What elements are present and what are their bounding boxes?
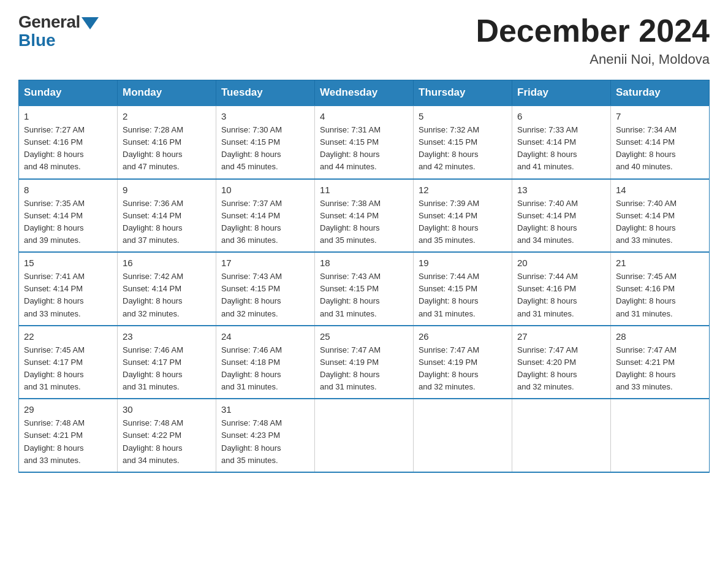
sunset-text: Sunset: 4:14 PM <box>616 137 675 147</box>
header-wednesday: Wednesday <box>315 80 414 106</box>
sunset-text: Sunset: 4:22 PM <box>123 431 181 440</box>
daylight-text2: and 48 minutes. <box>24 162 81 171</box>
daylight-text2: and 45 minutes. <box>221 162 278 171</box>
sunset-text: Sunset: 4:15 PM <box>221 137 280 147</box>
daylight-text: Daylight: 8 hours <box>24 150 84 159</box>
sunrise-text: Sunrise: 7:46 AM <box>123 345 183 354</box>
daylight-text: Daylight: 8 hours <box>123 296 183 305</box>
table-row: 24 Sunrise: 7:46 AM Sunset: 4:18 PM Dayl… <box>216 326 315 399</box>
day-info: Sunrise: 7:32 AM Sunset: 4:15 PM Dayligh… <box>419 124 507 174</box>
sunset-text: Sunset: 4:15 PM <box>320 284 379 293</box>
sunset-text: Sunset: 4:17 PM <box>24 358 83 367</box>
daylight-text: Daylight: 8 hours <box>123 370 183 379</box>
daylight-text: Daylight: 8 hours <box>616 296 676 305</box>
header-saturday: Saturday <box>611 80 710 106</box>
sunset-text: Sunset: 4:21 PM <box>616 358 675 367</box>
daylight-text: Daylight: 8 hours <box>517 223 577 232</box>
daylight-text: Daylight: 8 hours <box>616 370 676 379</box>
day-info: Sunrise: 7:34 AM Sunset: 4:14 PM Dayligh… <box>616 124 704 174</box>
day-number: 13 <box>517 185 605 195</box>
sunrise-text: Sunrise: 7:36 AM <box>123 199 183 208</box>
day-number: 11 <box>320 185 408 195</box>
calendar-week-row: 8 Sunrise: 7:35 AM Sunset: 4:14 PM Dayli… <box>19 179 710 253</box>
day-number: 20 <box>517 258 605 268</box>
table-row: 29 Sunrise: 7:48 AM Sunset: 4:21 PM Dayl… <box>19 399 118 472</box>
day-info: Sunrise: 7:40 AM Sunset: 4:14 PM Dayligh… <box>616 197 704 247</box>
daylight-text2: and 31 minutes. <box>517 309 574 318</box>
daylight-text: Daylight: 8 hours <box>419 296 479 305</box>
day-number: 6 <box>517 111 605 121</box>
day-number: 7 <box>616 111 704 121</box>
table-row: 2 Sunrise: 7:28 AM Sunset: 4:16 PM Dayli… <box>118 105 216 179</box>
logo-triangle-icon <box>82 17 99 29</box>
day-number: 12 <box>419 185 507 195</box>
page-header: General Blue December 2024 Anenii Noi, M… <box>18 12 710 67</box>
table-row: 9 Sunrise: 7:36 AM Sunset: 4:14 PM Dayli… <box>118 179 216 253</box>
table-row: 4 Sunrise: 7:31 AM Sunset: 4:15 PM Dayli… <box>315 105 414 179</box>
day-number: 31 <box>221 404 309 415</box>
daylight-text: Daylight: 8 hours <box>24 370 84 379</box>
table-row: 14 Sunrise: 7:40 AM Sunset: 4:14 PM Dayl… <box>611 179 710 253</box>
day-number: 3 <box>221 111 309 121</box>
daylight-text: Daylight: 8 hours <box>123 150 183 159</box>
day-number: 9 <box>123 185 211 195</box>
day-number: 15 <box>24 258 112 268</box>
day-number: 24 <box>221 331 309 342</box>
daylight-text2: and 32 minutes. <box>419 382 476 391</box>
day-info: Sunrise: 7:48 AM Sunset: 4:23 PM Dayligh… <box>221 417 309 467</box>
sunset-text: Sunset: 4:17 PM <box>123 358 181 367</box>
sunrise-text: Sunrise: 7:47 AM <box>320 345 381 354</box>
sunset-text: Sunset: 4:14 PM <box>517 211 576 220</box>
daylight-text: Daylight: 8 hours <box>419 370 479 379</box>
daylight-text2: and 31 minutes. <box>320 309 377 318</box>
day-info: Sunrise: 7:41 AM Sunset: 4:14 PM Dayligh… <box>24 270 112 320</box>
daylight-text: Daylight: 8 hours <box>24 223 84 232</box>
sunrise-text: Sunrise: 7:33 AM <box>517 125 578 134</box>
sunset-text: Sunset: 4:14 PM <box>320 211 379 220</box>
sunrise-text: Sunrise: 7:32 AM <box>419 125 479 134</box>
day-info: Sunrise: 7:31 AM Sunset: 4:15 PM Dayligh… <box>320 124 408 174</box>
daylight-text2: and 32 minutes. <box>517 382 574 391</box>
daylight-text2: and 31 minutes. <box>123 382 180 391</box>
calendar-header-row: Sunday Monday Tuesday Wednesday Thursday… <box>19 80 710 106</box>
table-row: 16 Sunrise: 7:42 AM Sunset: 4:14 PM Dayl… <box>118 252 216 326</box>
calendar-table: Sunday Monday Tuesday Wednesday Thursday… <box>18 80 710 473</box>
calendar-week-row: 1 Sunrise: 7:27 AM Sunset: 4:16 PM Dayli… <box>19 105 710 179</box>
sunrise-text: Sunrise: 7:47 AM <box>616 345 677 354</box>
sunrise-text: Sunrise: 7:48 AM <box>24 418 85 427</box>
daylight-text2: and 32 minutes. <box>221 309 278 318</box>
daylight-text2: and 33 minutes. <box>24 309 81 318</box>
sunrise-text: Sunrise: 7:44 AM <box>419 272 479 281</box>
location-subtitle: Anenii Noi, Moldova <box>476 52 710 67</box>
table-row: 11 Sunrise: 7:38 AM Sunset: 4:14 PM Dayl… <box>315 179 414 253</box>
sunrise-text: Sunrise: 7:30 AM <box>221 125 282 134</box>
sunrise-text: Sunrise: 7:31 AM <box>320 125 381 134</box>
header-tuesday: Tuesday <box>216 80 315 106</box>
table-row: 19 Sunrise: 7:44 AM Sunset: 4:15 PM Dayl… <box>414 252 512 326</box>
daylight-text: Daylight: 8 hours <box>320 296 380 305</box>
day-info: Sunrise: 7:47 AM Sunset: 4:20 PM Dayligh… <box>517 344 605 394</box>
day-info: Sunrise: 7:45 AM Sunset: 4:17 PM Dayligh… <box>24 344 112 394</box>
sunset-text: Sunset: 4:20 PM <box>517 358 576 367</box>
sunrise-text: Sunrise: 7:48 AM <box>123 418 183 427</box>
daylight-text: Daylight: 8 hours <box>221 223 281 232</box>
daylight-text2: and 31 minutes. <box>616 309 673 318</box>
sunset-text: Sunset: 4:14 PM <box>221 211 280 220</box>
daylight-text2: and 33 minutes. <box>616 236 673 245</box>
table-row <box>611 399 710 472</box>
sunrise-text: Sunrise: 7:48 AM <box>221 418 282 427</box>
day-number: 16 <box>123 258 211 268</box>
table-row: 30 Sunrise: 7:48 AM Sunset: 4:22 PM Dayl… <box>118 399 216 472</box>
day-info: Sunrise: 7:48 AM Sunset: 4:21 PM Dayligh… <box>24 417 112 467</box>
day-number: 21 <box>616 258 704 268</box>
table-row: 1 Sunrise: 7:27 AM Sunset: 4:16 PM Dayli… <box>19 105 118 179</box>
table-row: 23 Sunrise: 7:46 AM Sunset: 4:17 PM Dayl… <box>118 326 216 399</box>
sunset-text: Sunset: 4:19 PM <box>419 358 477 367</box>
sunrise-text: Sunrise: 7:35 AM <box>24 199 85 208</box>
sunset-text: Sunset: 4:16 PM <box>24 137 83 147</box>
day-info: Sunrise: 7:46 AM Sunset: 4:18 PM Dayligh… <box>221 344 309 394</box>
daylight-text2: and 44 minutes. <box>320 162 377 171</box>
daylight-text: Daylight: 8 hours <box>616 223 676 232</box>
sunrise-text: Sunrise: 7:27 AM <box>24 125 85 134</box>
sunset-text: Sunset: 4:15 PM <box>419 284 477 293</box>
